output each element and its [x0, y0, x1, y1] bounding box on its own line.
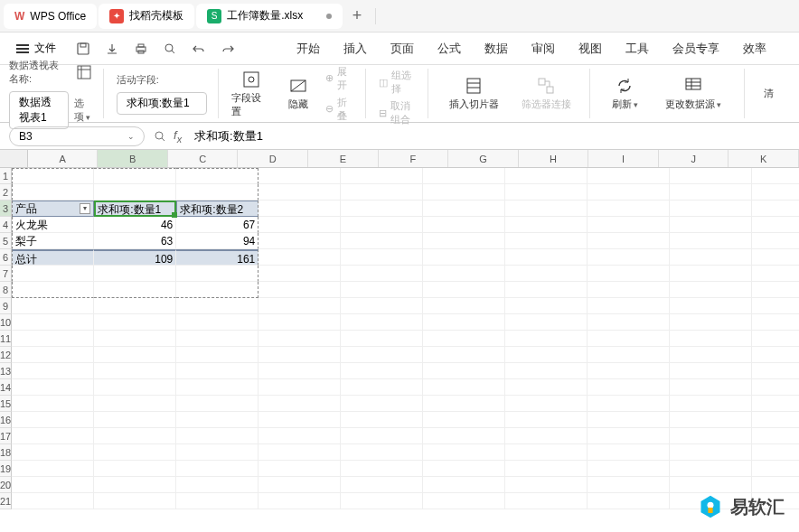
cell[interactable]	[341, 347, 423, 363]
rowhead-18[interactable]: 18	[0, 444, 12, 461]
cell[interactable]	[588, 282, 670, 298]
export-button[interactable]	[101, 38, 123, 60]
rowhead-12[interactable]: 12	[0, 347, 12, 363]
cell[interactable]	[423, 461, 505, 477]
pivot-name-button[interactable]: 数据透视表1	[9, 91, 69, 129]
cancel-formula-button[interactable]	[154, 130, 166, 143]
cell[interactable]	[12, 412, 94, 428]
ribbon-tab-home[interactable]: 开始	[293, 35, 324, 62]
cell[interactable]	[752, 379, 799, 396]
cell[interactable]	[423, 266, 505, 282]
cell[interactable]	[12, 184, 94, 201]
cell[interactable]	[423, 477, 505, 493]
cell[interactable]	[505, 217, 588, 233]
cell[interactable]	[258, 428, 341, 444]
cell[interactable]: 梨子	[12, 233, 94, 249]
cell[interactable]	[588, 347, 670, 363]
cell[interactable]	[670, 428, 752, 444]
name-box[interactable]: B3 ⌄	[9, 126, 145, 146]
cell[interactable]	[94, 379, 176, 396]
cell[interactable]	[505, 184, 588, 201]
cell[interactable]	[588, 363, 670, 379]
cell[interactable]	[176, 428, 258, 444]
cell[interactable]	[94, 428, 176, 444]
filter-connection-button[interactable]: 筛选器连接	[513, 76, 578, 111]
cell[interactable]	[670, 217, 752, 233]
cell[interactable]	[94, 184, 176, 201]
cell[interactable]	[12, 379, 94, 396]
cell[interactable]	[423, 363, 505, 379]
ribbon-tab-insert[interactable]: 插入	[340, 35, 371, 62]
cell[interactable]	[588, 379, 670, 396]
cell[interactable]	[588, 266, 670, 282]
cell[interactable]	[752, 298, 799, 314]
cell[interactable]	[258, 347, 341, 363]
colhead-G[interactable]: G	[448, 150, 519, 167]
fx-button[interactable]: fx	[174, 128, 182, 145]
ribbon-tab-data[interactable]: 数据	[481, 35, 512, 62]
cell[interactable]	[258, 201, 341, 217]
colhead-F[interactable]: F	[379, 150, 449, 167]
cell[interactable]: 求和项:数量1	[94, 201, 176, 217]
cell[interactable]	[752, 168, 799, 184]
cell[interactable]	[94, 331, 176, 347]
cell[interactable]	[12, 298, 94, 314]
cell[interactable]	[94, 347, 176, 363]
rowhead-9[interactable]: 9	[0, 298, 12, 314]
cell[interactable]	[588, 461, 670, 477]
tab-file-workbook[interactable]: S 工作簿数量.xlsx	[196, 4, 343, 29]
cell[interactable]: 63	[94, 233, 176, 249]
rowhead-17[interactable]: 17	[0, 428, 12, 444]
rowhead-14[interactable]: 14	[0, 379, 12, 396]
cell[interactable]	[588, 444, 670, 461]
cell[interactable]	[670, 331, 752, 347]
cell[interactable]	[423, 428, 505, 444]
cell[interactable]	[94, 266, 176, 282]
colhead-A[interactable]: A	[28, 150, 99, 167]
collapse-button[interactable]: ⊖ 折叠	[325, 96, 354, 123]
cell[interactable]	[12, 461, 94, 477]
cell[interactable]	[341, 461, 423, 477]
cell[interactable]	[505, 493, 588, 509]
rowhead-20[interactable]: 20	[0, 477, 12, 493]
cell[interactable]	[752, 217, 799, 233]
cell[interactable]	[670, 298, 752, 314]
cell[interactable]	[176, 184, 258, 201]
cell[interactable]	[670, 249, 752, 266]
cell[interactable]	[670, 314, 752, 331]
cell[interactable]	[341, 184, 423, 201]
cell[interactable]	[176, 493, 258, 509]
colhead-I[interactable]: I	[588, 150, 659, 167]
cell[interactable]	[670, 184, 752, 201]
field-settings-button[interactable]: 字段设置	[231, 70, 271, 118]
cell[interactable]	[505, 428, 588, 444]
cell[interactable]	[176, 412, 258, 428]
cell[interactable]	[258, 298, 341, 314]
cell[interactable]	[505, 314, 588, 331]
cell[interactable]	[176, 444, 258, 461]
cell[interactable]	[670, 266, 752, 282]
cell[interactable]: 总计	[12, 249, 94, 266]
cell[interactable]	[12, 168, 94, 184]
cell[interactable]	[588, 233, 670, 249]
cell[interactable]	[341, 266, 423, 282]
cell[interactable]	[176, 298, 258, 314]
colhead-E[interactable]: E	[308, 150, 379, 167]
cell[interactable]	[12, 363, 94, 379]
cell[interactable]	[341, 217, 423, 233]
cell[interactable]	[752, 331, 799, 347]
cell[interactable]: 161	[176, 249, 258, 266]
cell[interactable]	[752, 314, 799, 331]
cell[interactable]	[341, 201, 423, 217]
cell[interactable]	[258, 331, 341, 347]
rowhead-1[interactable]: 1	[0, 168, 12, 184]
clear-button[interactable]: 清	[757, 87, 779, 100]
cell[interactable]	[341, 331, 423, 347]
cell[interactable]	[341, 314, 423, 331]
cell[interactable]	[12, 396, 94, 412]
cell[interactable]	[258, 396, 341, 412]
cell[interactable]	[588, 331, 670, 347]
cell[interactable]	[505, 282, 588, 298]
colhead-D[interactable]: D	[238, 150, 308, 167]
cell[interactable]	[176, 477, 258, 493]
